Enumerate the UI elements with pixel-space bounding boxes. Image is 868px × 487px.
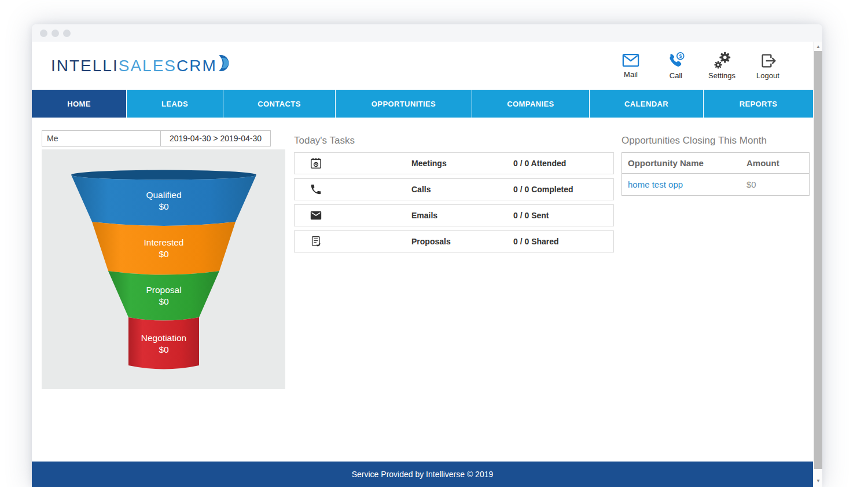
vertical-scrollbar[interactable]: ▲ ▼: [813, 42, 822, 487]
nav-item-leads[interactable]: LEADS: [127, 90, 223, 118]
funnel-value: $0: [159, 296, 169, 306]
table-row: home test opp $0: [622, 174, 809, 195]
phone-icon: [310, 183, 322, 196]
date-range-input[interactable]: [161, 130, 271, 147]
column-header-amount: Amount: [746, 158, 809, 168]
task-status: 0 / 0 Sent: [513, 211, 549, 220]
mail-label: Mail: [624, 70, 638, 79]
dashboard-content: Qualified $0 Interested $0 Proposal $0 N…: [32, 118, 813, 462]
funnel-value: $0: [159, 345, 169, 354]
task-status: 0 / 0 Completed: [513, 185, 573, 194]
task-label: Emails: [411, 211, 437, 220]
funnel-segment-interested[interactable]: [92, 222, 236, 275]
meeting-calendar-icon: [310, 157, 322, 170]
opportunities-section: Opportunities Closing This Month Opportu…: [621, 135, 810, 196]
svg-text:$: $: [679, 53, 682, 59]
mail-action[interactable]: Mail: [618, 52, 643, 79]
nav-label: HOME: [67, 100, 91, 108]
nav-item-opportunities[interactable]: OPPORTUNITIES: [336, 90, 472, 118]
nav-item-companies[interactable]: COMPANIES: [472, 90, 590, 118]
funnel-value: $0: [159, 249, 169, 259]
settings-label: Settings: [708, 71, 735, 80]
task-label: Meetings: [411, 159, 447, 168]
opportunities-title: Opportunities Closing This Month: [621, 135, 810, 147]
task-label: Proposals: [411, 237, 451, 246]
nav-label: CONTACTS: [258, 100, 300, 108]
nav-item-contacts[interactable]: CONTACTS: [223, 90, 336, 118]
logout-action[interactable]: Logout: [755, 52, 781, 80]
scroll-down-arrow-icon[interactable]: ▼: [814, 477, 823, 485]
call-icon: $: [666, 52, 686, 70]
app-logo[interactable]: INTELLISALESCRM: [51, 57, 233, 75]
app-header: INTELLISALESCRM Mail: [32, 42, 813, 90]
funnel-label: Interested: [144, 237, 184, 247]
envelope-icon: [310, 209, 322, 222]
owner-filter-input[interactable]: [42, 130, 161, 147]
opportunity-amount: $0: [746, 180, 809, 189]
browser-window: INTELLISALESCRM Mail: [32, 24, 822, 487]
opportunities-table-header: Opportunity Name Amount: [622, 153, 809, 174]
funnel-label: Qualified: [146, 190, 181, 200]
scroll-up-arrow-icon[interactable]: ▲: [814, 43, 823, 51]
logo-text-intelli: INTELLI: [51, 57, 119, 75]
footer-text: Service Provided by Intelliverse © 2019: [352, 470, 494, 479]
nav-item-reports[interactable]: REPORTS: [704, 90, 813, 118]
nav-label: CALENDAR: [624, 100, 668, 108]
logo-text-sales: SALES: [119, 57, 176, 75]
todays-tasks-section: Today's Tasks Meetings 0 / 0 Attended: [294, 135, 614, 257]
call-label: Call: [670, 71, 682, 80]
window-control-dot[interactable]: [63, 30, 71, 37]
proposal-document-icon: [310, 235, 322, 248]
task-row-meetings[interactable]: Meetings 0 / 0 Attended: [294, 152, 614, 174]
task-label: Calls: [411, 185, 431, 194]
nav-label: OPPORTUNITIES: [372, 100, 436, 108]
funnel-segment-negotiation[interactable]: [128, 317, 199, 369]
main-nav: HOME LEADS CONTACTS OPPORTUNITIES COMPAN…: [32, 90, 813, 118]
funnel-top-ellipse: [71, 170, 256, 180]
task-row-proposals[interactable]: Proposals 0 / 0 Shared: [294, 230, 614, 252]
settings-icon: [712, 52, 732, 70]
funnel-value: $0: [159, 202, 169, 211]
logo-text-crm: CRM: [176, 57, 217, 75]
funnel-filters: [42, 130, 271, 147]
app-footer: Service Provided by Intelliverse © 2019: [32, 462, 813, 487]
nav-item-calendar[interactable]: CALENDAR: [590, 90, 704, 118]
screenshot-canvas: INTELLISALESCRM Mail: [0, 0, 868, 487]
task-row-calls[interactable]: Calls 0 / 0 Completed: [294, 178, 614, 200]
call-action[interactable]: $ Call: [663, 52, 689, 80]
window-control-dot[interactable]: [40, 30, 47, 37]
settings-action[interactable]: Settings: [708, 52, 735, 80]
tasks-title: Today's Tasks: [294, 135, 614, 147]
task-status: 0 / 0 Shared: [513, 237, 559, 246]
nav-label: REPORTS: [740, 100, 778, 108]
mail-icon: [620, 52, 642, 69]
funnel-segment-proposal[interactable]: [108, 271, 219, 321]
opportunity-link[interactable]: home test opp: [628, 180, 683, 189]
task-row-emails[interactable]: Emails 0 / 0 Sent: [294, 204, 614, 226]
nav-item-home[interactable]: HOME: [32, 90, 127, 118]
window-titlebar: [32, 24, 822, 42]
logout-label: Logout: [756, 71, 779, 80]
funnel-label: Proposal: [146, 285, 181, 295]
nav-label: LEADS: [161, 100, 188, 108]
opportunities-table: Opportunity Name Amount home test opp $0: [621, 152, 810, 196]
column-header-name: Opportunity Name: [622, 158, 746, 168]
logout-icon: [759, 52, 777, 70]
logo-swoosh-icon: [215, 53, 233, 74]
funnel-segment-qualified[interactable]: [71, 175, 256, 226]
scrollbar-thumb[interactable]: [814, 51, 822, 469]
window-control-dot[interactable]: [52, 30, 59, 37]
funnel-label: Negotiation: [141, 333, 186, 343]
sales-funnel-chart: Qualified $0 Interested $0 Proposal $0 N…: [42, 149, 285, 389]
header-actions: Mail $ Call: [618, 52, 781, 80]
task-status: 0 / 0 Attended: [513, 159, 566, 168]
nav-label: COMPANIES: [507, 100, 554, 108]
